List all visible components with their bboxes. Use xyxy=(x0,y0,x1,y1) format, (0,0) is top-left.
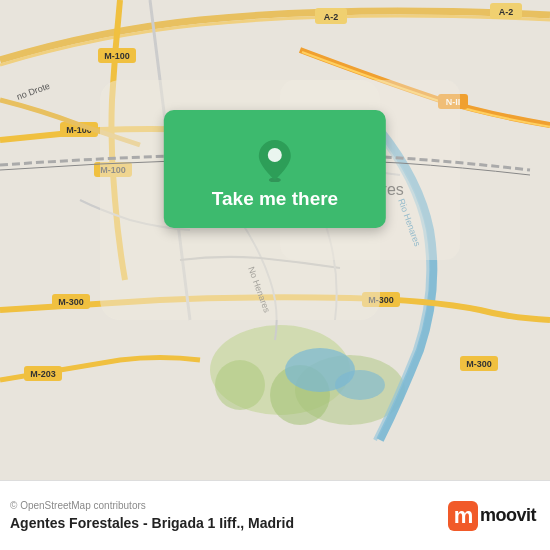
svg-point-4 xyxy=(215,360,265,410)
location-title: Agentes Forestales - Brigada 1 Iiff., Ma… xyxy=(10,515,294,531)
svg-point-34 xyxy=(268,148,282,162)
copyright-text: © OpenStreetMap contributors xyxy=(10,500,294,511)
svg-text:A-2: A-2 xyxy=(324,12,339,22)
moovit-logo: m moovit xyxy=(448,501,536,531)
svg-text:M-100: M-100 xyxy=(104,51,130,61)
svg-text:M-300: M-300 xyxy=(466,359,492,369)
svg-text:M-300: M-300 xyxy=(58,297,84,307)
map-container: A-2 A-2 N-II M-100 M-100 M-100 no Drote … xyxy=(0,0,550,480)
bottom-bar: © OpenStreetMap contributors Agentes For… xyxy=(0,480,550,550)
bottom-info: © OpenStreetMap contributors Agentes For… xyxy=(10,500,294,531)
map-svg: A-2 A-2 N-II M-100 M-100 M-100 no Drote … xyxy=(0,0,550,480)
take-me-there-wrapper: Take me there xyxy=(164,110,386,228)
moovit-logo-icon: m xyxy=(448,501,478,531)
take-me-there-button[interactable]: Take me there xyxy=(164,110,386,228)
svg-text:M-203: M-203 xyxy=(30,369,56,379)
pin-icon xyxy=(257,138,293,182)
svg-text:A-2: A-2 xyxy=(499,7,514,17)
moovit-logo-text: moovit xyxy=(480,505,536,526)
svg-point-6 xyxy=(335,370,385,400)
take-me-there-label: Take me there xyxy=(212,188,338,210)
